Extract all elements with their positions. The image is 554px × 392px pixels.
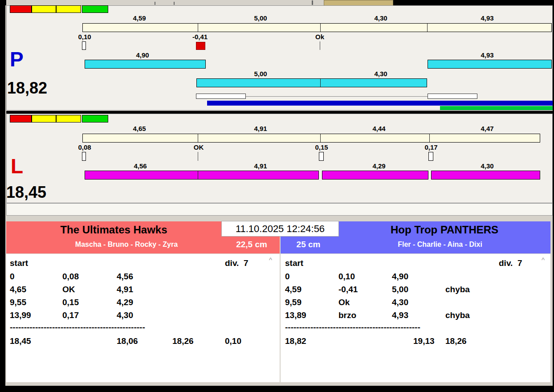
status-strip [6,203,553,216]
table-cell: chyba [445,285,470,294]
scale-divider [427,24,428,32]
indicator-segment-yellow [56,115,81,122]
change-mark-label: Ok [315,33,324,41]
tick-marker [320,41,320,50]
right-team-name: Hop Trop PANTHERS [338,224,550,236]
indicator-segment-red [10,5,32,13]
division-label: div. 7 [499,258,522,268]
segment-time-label: 5,00 [254,14,267,22]
progress-bar-green [440,106,553,110]
dog-time-label: 4,56 [134,162,147,170]
start-marker [82,41,86,50]
table-cell: brzo [338,310,356,320]
total-cell: 18,06 [117,336,138,346]
change-mark-label: OK [194,143,204,151]
bar-divider [320,79,321,87]
table-cell: 0,17 [62,310,79,320]
dog-time-bar [428,60,552,69]
scroll-up-arrow[interactable]: ^ [269,257,272,263]
dog-time-bar [85,171,319,180]
table-cell: 0 [285,272,290,282]
indicator-segment-yellow [56,5,81,13]
dog-time-label: 5,00 [254,70,267,78]
indicator-segment-green [82,5,108,13]
scale-bar [82,134,540,143]
left-dogs-line: Mascha - Bruno - Rocky - Zyra [6,241,247,249]
segment-time-label: 4,47 [481,125,493,132]
table-cell: 9,55 [10,298,26,307]
right-dogs-line: Fler - Charlie - Aina - Dixi [330,241,550,249]
table-cell: 13,89 [285,310,306,320]
clipped-ui-tick [312,0,313,5]
timing-app-screen: 4,59 5,00 4,30 4,93 0,10 -0,41 Ok P 18,8… [0,0,554,392]
start-marker [82,152,86,161]
start-label: start [285,258,303,268]
table-cell: chyba [445,310,470,320]
total-time-l: 18,45 [6,184,46,200]
total-cell: 0,10 [225,336,241,346]
total-cell: 18,26 [445,336,467,346]
segment-time-label: 4,30 [374,14,387,22]
separator-line: ----------------------------------------… [10,323,145,332]
table-cell: 0 [10,272,15,282]
start-label: start [10,258,28,268]
left-team-name: The Ultimates Hawks [6,224,221,236]
segment-time-label: 4,91 [254,125,267,132]
dog-time-label: 4,29 [372,162,385,170]
table-cell: 9,59 [285,298,301,307]
change-mark-label: 0,08 [78,143,91,151]
table-cell: Ok [338,298,350,307]
scale-divider [320,134,321,142]
timestamp: 11.10.2025 12:24:56 [221,221,339,237]
change-mark-label: -0,41 [192,33,208,41]
left-results-table [6,254,280,382]
fault-marker [196,42,205,50]
change-mark-label: 0,15 [315,143,328,151]
division-label: div. 7 [225,258,248,268]
scale-bar [82,23,552,32]
segment-time-label: 4,93 [481,14,493,22]
dog-time-bar [322,171,428,180]
table-cell: OK [62,285,75,294]
table-cell: 4,59 [285,285,301,294]
table-cell: 0,08 [62,272,79,282]
change-marker [319,152,324,161]
table-cell: 4,56 [117,272,133,282]
indicator-segment-red [10,115,32,122]
table-cell: 0,10 [338,272,355,282]
dog-time-label: 4,90 [136,51,149,59]
progress-bar-blue [207,101,553,106]
clipped-ui-tick [155,2,155,5]
dog-time-label: 4,30 [374,70,387,78]
segment-time-label: 4,44 [372,125,385,132]
table-cell: 4,30 [392,298,408,307]
table-cell: 5,00 [392,285,408,294]
total-cell: 18,82 [285,336,306,346]
table-cell: -0,41 [338,285,358,294]
table-cell: 4,30 [117,310,133,320]
scale-divider [198,24,198,32]
clipped-ui-tick [174,2,175,5]
bar-divider [198,171,198,179]
change-marker [428,152,433,161]
tick-marker [198,152,198,161]
total-time-p: 18,82 [7,80,47,96]
dog-time-label: 4,91 [254,162,267,170]
table-cell: 0,15 [62,298,79,307]
dog-time-label: 4,30 [481,162,493,170]
total-cell: 18,26 [172,336,194,346]
photocell-box [196,94,246,99]
total-cell: 18,45 [10,336,31,346]
scale-divider [320,24,321,32]
timing-panel-l [6,114,553,203]
table-cell: 4,93 [392,310,408,320]
indicator-segment-yellow [32,5,56,13]
change-mark-label: 0,17 [424,143,437,151]
scroll-up-arrow[interactable]: ^ [542,257,545,263]
indicator-segment-yellow [32,115,56,122]
table-cell: 4,91 [117,285,133,294]
right-results-table [281,254,550,382]
table-cell: 4,65 [10,285,26,294]
dog-time-bar [85,60,206,69]
lane-letter-p: P [10,49,24,69]
